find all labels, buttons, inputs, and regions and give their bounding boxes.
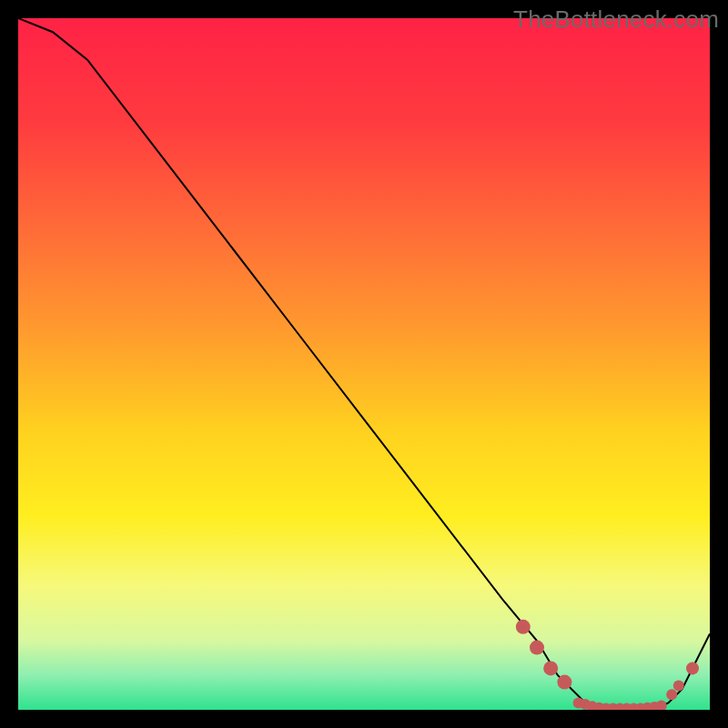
watermark-text: TheBottleneck.com bbox=[513, 5, 719, 34]
marker-point bbox=[673, 680, 684, 691]
chart-svg bbox=[18, 18, 710, 710]
marker-point bbox=[666, 689, 677, 700]
marker-point bbox=[516, 620, 531, 634]
chart-frame: TheBottleneck.com bbox=[0, 0, 728, 728]
plot-area bbox=[18, 18, 710, 710]
marker-point bbox=[530, 641, 544, 655]
marker-point bbox=[686, 662, 699, 674]
marker-point bbox=[543, 661, 558, 675]
marker-point bbox=[557, 675, 571, 690]
gradient-background bbox=[18, 18, 710, 710]
